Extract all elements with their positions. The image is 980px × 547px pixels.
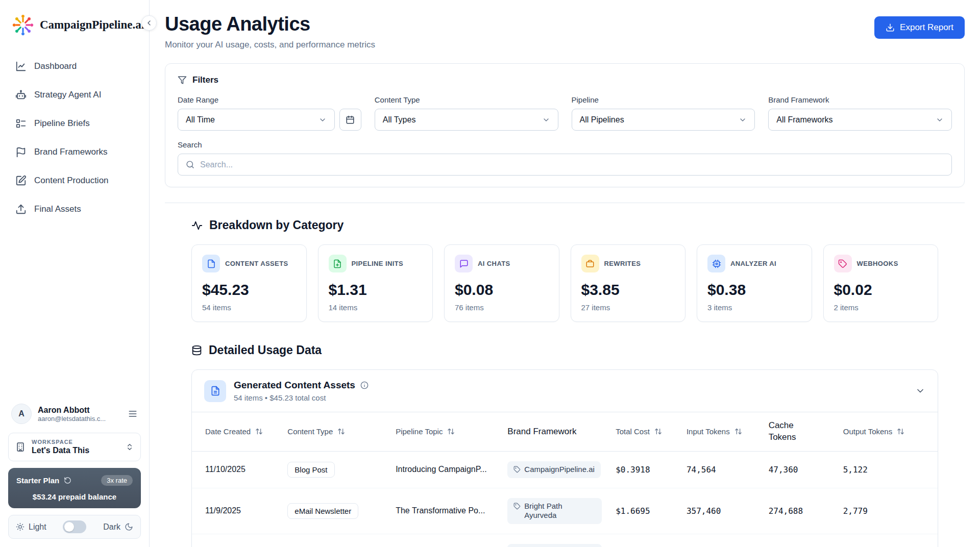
- sidebar-item-dashboard[interactable]: Dashboard: [8, 54, 141, 79]
- edit-square-icon: [15, 175, 27, 186]
- workspace-icon: [15, 442, 26, 452]
- content-type-value: All Types: [383, 115, 416, 125]
- cell-output-tokens: 5,122: [837, 451, 938, 488]
- column-label: Output Tokens: [843, 427, 892, 436]
- user-account-row[interactable]: A Aaron Abbott aaron@letsdatathis.c...: [8, 402, 141, 426]
- user-name: Aaron Abbott: [38, 406, 121, 415]
- cell-input-tokens: 74,564: [680, 451, 763, 488]
- usage-group-meta: Generated Content Assets 54 items • $45.…: [234, 380, 369, 402]
- search-input[interactable]: [200, 160, 944, 169]
- page-title: Usage Analytics: [165, 13, 375, 35]
- chevron-left-icon: [145, 19, 153, 27]
- cell-output-tokens: 2,956: [837, 534, 938, 547]
- table-row[interactable]: 11/9/2025 eMail Newsletter The Transform…: [192, 488, 938, 534]
- light-label-text: Light: [29, 523, 46, 532]
- sort-header-total-cost[interactable]: Total Cost: [616, 427, 662, 436]
- sort-header-pipeline-topic[interactable]: Pipeline Topic: [396, 427, 455, 436]
- brand-name: Bright Path Ayurveda: [524, 502, 596, 521]
- table-row[interactable]: 11/10/2025 Blog Post Introducing Campaig…: [192, 451, 938, 488]
- sort-header-output-tokens[interactable]: Output Tokens: [843, 427, 904, 436]
- filter-label: Date Range: [178, 95, 361, 104]
- category-items: 14 items: [329, 303, 423, 312]
- sidebar-collapse-button[interactable]: [141, 15, 157, 31]
- tag-icon: [834, 255, 852, 272]
- funnel-icon: [178, 76, 187, 85]
- theme-toggle-row: Light Dark: [8, 515, 141, 539]
- sort-icon: [654, 428, 662, 435]
- page-header: Usage Analytics Monitor your AI usage, c…: [165, 13, 965, 50]
- database-icon: [191, 345, 202, 356]
- cell-output-tokens: 2,779: [837, 488, 938, 534]
- sort-header-date-created[interactable]: Date Created: [205, 427, 263, 436]
- export-report-button[interactable]: Export Report: [874, 16, 965, 39]
- sort-icon: [447, 428, 455, 435]
- sidebar-item-brand-frameworks[interactable]: Brand Frameworks: [8, 140, 141, 164]
- refresh-icon[interactable]: [64, 477, 71, 484]
- brand-framework-select[interactable]: All Frameworks: [768, 109, 952, 131]
- category-cards: CONTENT ASSETS $45.23 54 items PIPELINE …: [191, 244, 938, 322]
- plan-name: Starter Plan: [16, 476, 59, 485]
- sidebar-item-final-assets[interactable]: Final Assets: [8, 197, 141, 221]
- content-type-select[interactable]: All Types: [375, 109, 558, 131]
- app-logo[interactable]: CampaignPipeline.ai: [0, 0, 149, 51]
- category-value: $3.85: [581, 281, 675, 299]
- file-plus-icon: [329, 255, 347, 272]
- moon-icon: [125, 523, 133, 531]
- column-label: Input Tokens: [687, 427, 730, 436]
- cell-pipeline-topic: The Transformative Po...: [389, 534, 501, 547]
- filter-search: Search: [178, 140, 952, 176]
- category-card-webhooks[interactable]: WEBHOOKS $0.02 2 items: [823, 244, 939, 322]
- category-label: CONTENT ASSETS: [225, 260, 288, 267]
- sidebar-item-strategy-agent[interactable]: Strategy Agent AI: [8, 83, 141, 107]
- theme-switch[interactable]: [63, 520, 86, 533]
- usage-group-header[interactable]: Generated Content Assets 54 items • $45.…: [192, 370, 938, 412]
- category-label: PIPELINE INITS: [352, 260, 404, 267]
- sidebar-item-content-production[interactable]: Content Production: [8, 168, 141, 193]
- category-items: 3 items: [707, 303, 801, 312]
- category-value: $0.02: [834, 281, 928, 299]
- brand-framework-badge: Bright Path Ayurveda: [507, 544, 602, 547]
- sort-icon: [255, 428, 263, 435]
- cell-date: 11/10/2025: [192, 451, 281, 488]
- checklist-icon: [15, 118, 27, 129]
- sidebar-bottom: A Aaron Abbott aaron@letsdatathis.c... W…: [0, 396, 149, 547]
- filter-brand-framework: Brand Framework All Frameworks: [768, 95, 952, 131]
- calendar-button[interactable]: [339, 109, 361, 131]
- user-menu-button[interactable]: [128, 409, 138, 419]
- category-card-ai-chats[interactable]: AI CHATS $0.08 76 items: [444, 244, 559, 322]
- chevron-down-icon[interactable]: [915, 386, 925, 396]
- workspace-selector[interactable]: WORKSPACE Let's Data This: [8, 433, 141, 461]
- category-card-rewrites[interactable]: REWRITES $3.85 27 items: [571, 244, 686, 322]
- workspace-label: WORKSPACE: [32, 439, 119, 445]
- download-icon: [886, 23, 895, 32]
- plan-card: Starter Plan 3x rate $53.24 prepaid bala…: [8, 468, 141, 508]
- sidebar-item-pipeline-briefs[interactable]: Pipeline Briefs: [8, 111, 141, 136]
- filter-content-type: Content Type All Types: [375, 95, 558, 131]
- sort-header-content-type[interactable]: Content Type: [287, 427, 345, 436]
- table-row[interactable]: 11/9/2025 FAQs / Q&A The Transformative …: [192, 534, 938, 547]
- pipeline-value: All Pipelines: [580, 115, 624, 125]
- table-header-row: Date Created Content Type Pipeline Topic: [192, 412, 938, 452]
- category-card-pipeline-inits[interactable]: PIPELINE INITS $1.31 14 items: [318, 244, 433, 322]
- category-card-analyzer-ai[interactable]: ANALYZER AI $0.38 3 items: [697, 244, 812, 322]
- robot-icon: [15, 89, 27, 101]
- pipeline-select[interactable]: All Pipelines: [572, 109, 755, 131]
- date-range-select[interactable]: All Time: [178, 109, 335, 131]
- content-sections: Breakdown by Category CONTENT ASSETS $45…: [165, 203, 965, 547]
- category-label: AI CHATS: [478, 260, 510, 267]
- sort-header-input-tokens[interactable]: Input Tokens: [687, 427, 742, 436]
- chevron-down-icon: [739, 116, 747, 124]
- filter-label: Brand Framework: [768, 95, 952, 104]
- category-card-content-assets[interactable]: CONTENT ASSETS $45.23 54 items: [191, 244, 307, 322]
- rewrites-briefcase-icon: [581, 255, 599, 272]
- breakdown-section-title-row: Breakdown by Category: [191, 218, 938, 232]
- dark-label-text: Dark: [103, 523, 120, 532]
- category-items: 27 items: [581, 303, 675, 312]
- plan-balance: $53.24 prepaid balance: [16, 492, 133, 501]
- workspace-name: Let's Data This: [32, 446, 119, 455]
- info-icon[interactable]: [360, 381, 369, 389]
- cell-pipeline-topic: Introducing CampaignP...: [389, 451, 501, 488]
- sort-icon: [337, 428, 345, 435]
- flag-icon: [15, 146, 27, 158]
- column-label: Brand Framework: [507, 427, 576, 436]
